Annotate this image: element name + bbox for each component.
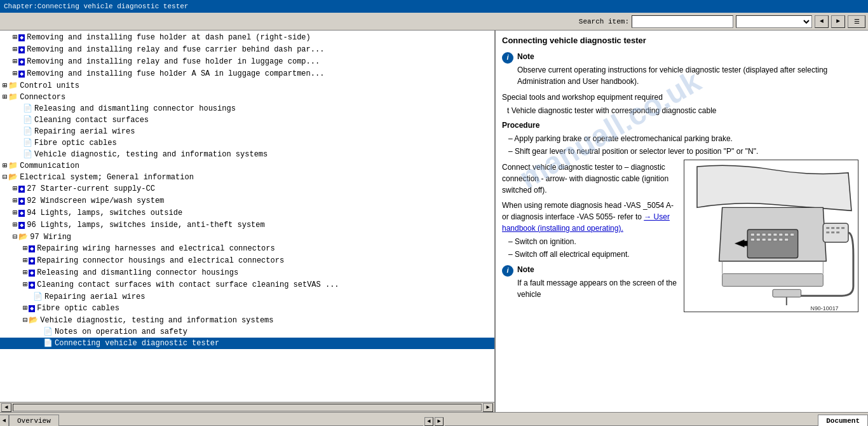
scroll-right-button[interactable]: ► — [483, 403, 493, 412]
svg-rect-25 — [836, 231, 839, 233]
tree-item[interactable]: ⊞◆Removing and installing fuse holder at… — [0, 32, 494, 44]
tree-item[interactable]: ⊟📂Vehicle diagnostic, testing and inform… — [0, 315, 494, 326]
note-box-2: i Note If a fault message appears on the… — [502, 264, 679, 302]
toolbar: Search item: ◄ ► ☰ — [0, 13, 868, 31]
tree-item[interactable]: ⊞◆Fibre optic cables — [0, 303, 494, 315]
svg-rect-15 — [779, 238, 783, 240]
tree-item[interactable]: ⊞◆92 Windscreen wipe/wash system — [0, 195, 494, 207]
tree-item[interactable]: 📄Repairing aerial wires — [0, 291, 494, 303]
svg-rect-20 — [831, 227, 834, 229]
two-col-section: Connect vehicle diagnostic tester to – d… — [502, 160, 862, 312]
svg-rect-21 — [836, 227, 839, 229]
svg-rect-8 — [785, 233, 789, 236]
title-text: Chapter:Connecting vehicle diagnostic te… — [4, 3, 188, 10]
tab-document-label: Document — [826, 417, 860, 425]
svg-rect-13 — [768, 238, 771, 240]
svg-rect-9 — [790, 233, 794, 236]
svg-rect-10 — [750, 238, 754, 240]
tree-content[interactable]: ⊞◆Removing and installing fuse holder at… — [0, 31, 494, 402]
note-icon-1: i — [502, 52, 513, 64]
right-panel[interactable]: manuall.co.uk Connecting vehicle diagnos… — [496, 31, 868, 412]
step-2-dash: – — [508, 147, 515, 156]
svg-rect-3 — [756, 233, 760, 236]
step-1: – Apply parking brake or operate electro… — [508, 133, 862, 144]
tree-item[interactable]: 📄Fibre optic cables — [0, 137, 494, 149]
tree-item[interactable]: ⊟📂Electrical system; General information — [0, 172, 494, 183]
search-dropdown[interactable] — [736, 15, 812, 28]
left-panel: ⊞◆Removing and installing fuse holder at… — [0, 31, 496, 412]
special-tools-label: Special tools and workshop equipment req… — [502, 92, 862, 103]
main-content: ⊞◆Removing and installing fuse holder at… — [0, 31, 868, 412]
note-text-2: If a fault message appears on the screen… — [517, 277, 679, 300]
svg-rect-23 — [826, 231, 829, 233]
tree-item[interactable]: ⊟📂97 Wiring — [0, 231, 494, 243]
svg-rect-12 — [762, 238, 766, 240]
svg-rect-14 — [773, 238, 777, 240]
tree-item[interactable]: ⊞📁Communication — [0, 160, 494, 172]
svg-rect-19 — [826, 227, 829, 229]
nav-left-button[interactable]: ◄ — [424, 417, 433, 426]
svg-rect-7 — [779, 233, 783, 236]
step-2: – Shift gear lever to neutral position o… — [508, 146, 862, 157]
tree-item[interactable]: 📄Releasing and dismantling connector hou… — [0, 103, 494, 114]
search-next-button[interactable]: ► — [831, 15, 845, 28]
left-description: Connect vehicle diagnostic tester to – d… — [502, 160, 679, 312]
tree-item[interactable]: ⊞📁Connectors — [0, 92, 494, 103]
tree-item[interactable]: 📄Cleaning contact surfaces — [0, 114, 494, 126]
tree-item[interactable]: ⊞◆Removing and installing relay and fuse… — [0, 44, 494, 56]
remote-text: When using remote diagnosis head -VAS _5… — [502, 200, 679, 234]
svg-rect-16 — [785, 238, 789, 240]
doc-title: Connecting vehicle diagnostic tester — [502, 34, 862, 47]
tree-item[interactable]: 📄Notes on operation and safety — [0, 326, 494, 338]
note-label-2: Note — [517, 264, 679, 275]
procedure-label: Procedure — [502, 120, 862, 131]
tree-item[interactable]: ⊞◆Repairing wiring harnesses and electri… — [0, 243, 494, 255]
tree-item[interactable]: 📄Connecting vehicle diagnostic tester — [0, 338, 494, 349]
tree-item[interactable]: ⊞◆Releasing and dismantling connector ho… — [0, 267, 494, 279]
tree-item[interactable]: ⊞◆96 Lights, lamps, switches inside, ant… — [0, 219, 494, 231]
step-2-text: Shift gear lever to neutral position or … — [515, 147, 758, 156]
note-box-1: i Note Observe current operating instruc… — [502, 51, 862, 89]
menu-button[interactable]: ☰ — [848, 15, 865, 28]
note-text-1: Observe current operating instructions f… — [517, 64, 862, 87]
svg-rect-2 — [750, 233, 754, 236]
tab-overview[interactable]: Overview — [9, 415, 59, 426]
search-prev-button[interactable]: ◄ — [815, 15, 829, 28]
step-4-text: Switch off all electrical equipment. — [515, 250, 630, 259]
tab-document[interactable]: Document — [818, 415, 868, 426]
step-1-dash: – — [508, 134, 514, 143]
diagram-label: N90-10017 — [810, 305, 838, 312]
svg-rect-22 — [841, 227, 844, 229]
tree-item[interactable]: ⊞◆Removing and installing fuse holder A … — [0, 68, 494, 80]
step-3: – Switch on ignition. — [508, 236, 679, 247]
connect-text: Connect vehicle diagnostic tester to – d… — [502, 161, 679, 196]
note-label-1: Note — [517, 51, 862, 62]
svg-rect-6 — [773, 233, 777, 236]
tree-item[interactable]: ⊞◆Removing and installing relay and fuse… — [0, 56, 494, 68]
svg-rect-11 — [756, 238, 760, 240]
tree-item[interactable]: 📄Vehicle diagnostic, testing and informa… — [0, 149, 494, 160]
nav-right-button[interactable]: ► — [435, 417, 444, 426]
tree-item[interactable]: ⊞◆27 Starter-current supply-CC — [0, 183, 494, 195]
svg-rect-4 — [762, 233, 766, 236]
step-1-text: Apply parking brake or operate electrome… — [514, 134, 733, 143]
step-4: – Switch off all electrical equipment. — [508, 249, 679, 260]
svg-rect-30 — [722, 273, 824, 286]
tab-overview-label: Overview — [17, 417, 51, 425]
tree-item[interactable]: ⊞◆Cleaning contact surfaces with contact… — [0, 279, 494, 291]
search-input[interactable] — [632, 15, 733, 28]
search-label: Search item: — [579, 18, 629, 25]
tree-item[interactable]: ⊞📁Control units — [0, 80, 494, 92]
tree-item[interactable]: ⊞◆94 Lights, lamps, switches outside — [0, 207, 494, 219]
svg-rect-26 — [773, 289, 801, 297]
tab-divider-left — [59, 415, 423, 426]
tree-item[interactable]: ⊞◆Repairing connector housings and elect… — [0, 255, 494, 267]
tree-item[interactable]: 📄Repairing aerial wires — [0, 126, 494, 137]
scroll-tabs-left[interactable]: ◄ — [0, 415, 9, 426]
diagram-col: N90-10017 — [684, 160, 862, 312]
tool-item: t Vehicle diagnostic tester with corresp… — [507, 105, 862, 116]
bottom-tabs: ◄ Overview ◄ ► Document — [0, 412, 868, 426]
scroll-left-button[interactable]: ◄ — [1, 403, 11, 412]
svg-rect-5 — [768, 233, 771, 236]
svg-rect-24 — [831, 231, 834, 233]
